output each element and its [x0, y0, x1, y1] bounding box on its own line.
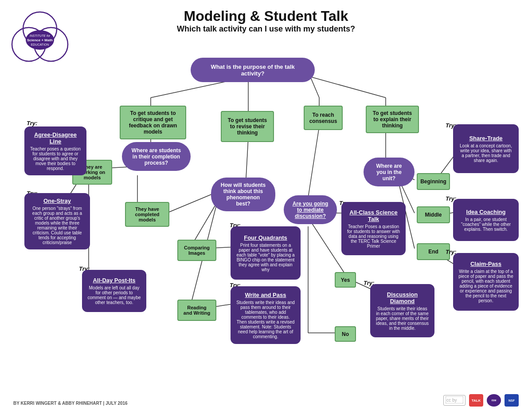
comparing-images-node: Comparing Images	[177, 240, 216, 261]
svg-line-21	[246, 138, 248, 178]
footer-right: cc by TALK ISM NSF	[443, 394, 519, 407]
svg-line-5	[310, 77, 386, 98]
consensus-node: To reach consensus	[304, 106, 343, 130]
all-class-box: All-Class Science Talk Teacher Poses a q…	[341, 202, 406, 255]
four-quadrants-box: Four Quadrants Print four statements on …	[231, 226, 301, 280]
idea-coaching-box: Idea Coaching In a pair, one student "co…	[453, 199, 519, 241]
cc-badge: cc by	[443, 395, 466, 406]
start-node: What is the purpose of the talk activity…	[191, 58, 315, 82]
claim-pass-box: Claim-Pass Write a claim at the top of a…	[453, 253, 519, 311]
main-title: Modeling & Student Talk	[0, 8, 532, 24]
svg-text:by: by	[452, 398, 457, 403]
end-node: End	[417, 243, 450, 260]
mediate-node: Are you going to mediate discussion?	[284, 195, 337, 224]
svg-line-31	[308, 217, 346, 275]
svg-text:EDUCATION: EDUCATION	[31, 43, 49, 46]
write-pass-box: Write and Pass Students write their idea…	[231, 286, 301, 344]
completed-models-node: They have completed models	[125, 202, 169, 227]
where-unit-node: Where are you in the unit?	[364, 158, 415, 186]
logo-small-3: NSF	[505, 394, 519, 407]
middle-node: Middle	[417, 206, 450, 223]
logo-small-2: ISM	[487, 394, 501, 407]
how-think-node: How will students think about this pheno…	[211, 178, 275, 211]
all-day-box: All-Day Post-Its Models are left out all…	[82, 270, 146, 312]
svg-text:Science + Math: Science + Math	[27, 38, 53, 42]
svg-text:INSTITUTE for: INSTITUTE for	[30, 34, 51, 37]
logo: INSTITUTE for Science + Math EDUCATION	[9, 9, 71, 67]
svg-line-22	[308, 126, 319, 198]
reading-writing-node: Reading and Writing	[177, 300, 216, 321]
revise-node: To get students to revise their thinking	[221, 111, 274, 142]
agree-disagree-box: Agree-Disagree Line Teacher poses a ques…	[24, 126, 86, 175]
one-stray-box: One-Stray One person "strays" from each …	[24, 193, 90, 249]
no-node: No	[335, 326, 356, 342]
logo-small-1: TALK	[469, 394, 483, 407]
svg-text:cc: cc	[446, 398, 451, 403]
footer-credit: BY KERRI WINGERT & ABBY RHINEHART | JULY…	[13, 401, 128, 406]
critique-node: To get students to critique and get feed…	[120, 106, 186, 139]
yes-node: Yes	[335, 272, 356, 288]
page-title-area: Modeling & Student Talk Which talk activ…	[0, 0, 532, 34]
try-label-1: Try:	[27, 120, 37, 126]
discussion-diamond-box: Discussion Diamond Students write their …	[370, 284, 434, 337]
where-completion-node: Where are students in their completion p…	[122, 142, 191, 171]
svg-line-3	[310, 77, 319, 98]
explain-node: To get students to explain their thinkin…	[366, 106, 419, 133]
share-trade-box: Share-Trade Look at a concept cartoon, w…	[453, 124, 519, 173]
subtitle: Which talk activity can I use with my st…	[0, 24, 532, 34]
beginning-node: Beginning	[417, 173, 450, 190]
